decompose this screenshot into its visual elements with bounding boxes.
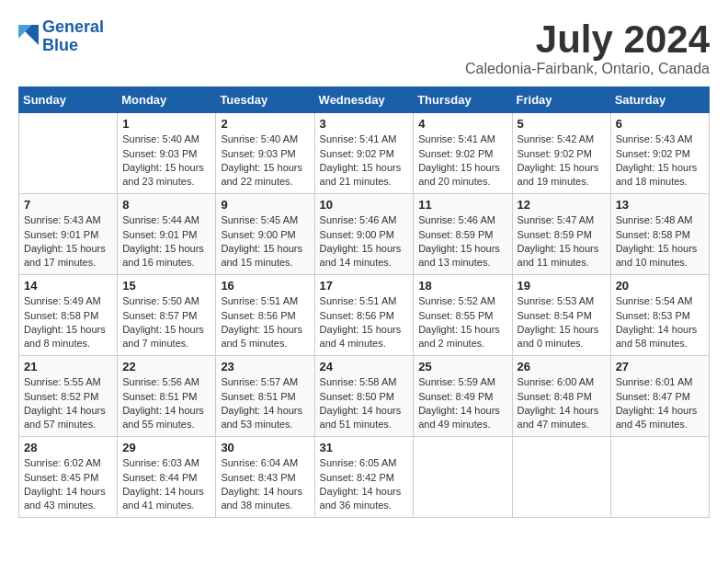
calendar-cell: 22Sunrise: 5:56 AMSunset: 8:51 PMDayligh… bbox=[118, 356, 216, 437]
logo-line2: Blue bbox=[42, 36, 78, 54]
day-detail: Sunrise: 5:44 AMSunset: 9:01 PMDaylight:… bbox=[122, 213, 210, 270]
calendar-cell: 26Sunrise: 6:00 AMSunset: 8:48 PMDayligh… bbox=[512, 356, 610, 437]
day-number: 12 bbox=[518, 198, 606, 212]
calendar-cell: 25Sunrise: 5:59 AMSunset: 8:49 PMDayligh… bbox=[414, 356, 512, 437]
calendar-cell: 4Sunrise: 5:41 AMSunset: 9:02 PMDaylight… bbox=[414, 113, 512, 194]
day-number: 15 bbox=[122, 279, 210, 293]
day-number: 23 bbox=[221, 360, 309, 373]
day-detail: Sunrise: 6:04 AMSunset: 8:43 PMDaylight:… bbox=[221, 456, 309, 513]
calendar-cell: 15Sunrise: 5:50 AMSunset: 8:57 PMDayligh… bbox=[118, 275, 216, 356]
day-of-week-header: Saturday bbox=[610, 87, 709, 113]
calendar-header-row: SundayMondayTuesdayWednesdayThursdayFrid… bbox=[19, 87, 710, 113]
page-header: General Blue July 2024 Caledonia-Fairban… bbox=[18, 18, 710, 77]
day-number: 7 bbox=[24, 198, 112, 212]
calendar-cell: 11Sunrise: 5:46 AMSunset: 8:59 PMDayligh… bbox=[414, 194, 512, 275]
day-detail: Sunrise: 5:56 AMSunset: 8:51 PMDaylight:… bbox=[122, 375, 210, 432]
calendar-cell: 16Sunrise: 5:51 AMSunset: 8:56 PMDayligh… bbox=[216, 275, 314, 356]
day-number: 9 bbox=[221, 198, 309, 212]
day-number: 19 bbox=[518, 279, 606, 293]
day-of-week-header: Tuesday bbox=[216, 87, 314, 113]
day-number: 24 bbox=[320, 360, 409, 373]
calendar-week-row: 1Sunrise: 5:40 AMSunset: 9:03 PMDaylight… bbox=[19, 113, 710, 194]
calendar-cell: 23Sunrise: 5:57 AMSunset: 8:51 PMDayligh… bbox=[216, 356, 314, 437]
day-number: 29 bbox=[122, 441, 210, 454]
month-title: July 2024 bbox=[465, 18, 710, 61]
day-number: 2 bbox=[221, 117, 309, 131]
day-number: 28 bbox=[24, 441, 112, 454]
day-number: 21 bbox=[24, 360, 112, 373]
day-detail: Sunrise: 5:42 AMSunset: 9:02 PMDaylight:… bbox=[518, 132, 606, 190]
calendar-cell: 9Sunrise: 5:45 AMSunset: 9:00 PMDaylight… bbox=[216, 194, 314, 275]
day-number: 20 bbox=[616, 279, 704, 293]
day-of-week-header: Sunday bbox=[19, 87, 118, 113]
calendar-cell: 6Sunrise: 5:43 AMSunset: 9:02 PMDaylight… bbox=[610, 113, 709, 194]
day-detail: Sunrise: 5:46 AMSunset: 8:59 PMDaylight:… bbox=[418, 213, 506, 270]
calendar-cell: 28Sunrise: 6:02 AMSunset: 8:45 PMDayligh… bbox=[19, 437, 118, 518]
day-number: 14 bbox=[24, 279, 112, 293]
day-of-week-header: Monday bbox=[118, 87, 216, 113]
calendar-cell: 2Sunrise: 5:40 AMSunset: 9:03 PMDaylight… bbox=[216, 113, 314, 194]
day-number: 10 bbox=[320, 198, 409, 212]
day-detail: Sunrise: 5:47 AMSunset: 8:59 PMDaylight:… bbox=[518, 213, 606, 270]
day-number: 4 bbox=[418, 117, 506, 131]
calendar-cell: 30Sunrise: 6:04 AMSunset: 8:43 PMDayligh… bbox=[216, 437, 314, 518]
day-number: 31 bbox=[320, 441, 409, 454]
day-detail: Sunrise: 5:40 AMSunset: 9:03 PMDaylight:… bbox=[122, 132, 210, 190]
calendar-cell: 31Sunrise: 6:05 AMSunset: 8:42 PMDayligh… bbox=[314, 437, 414, 518]
day-detail: Sunrise: 5:53 AMSunset: 8:54 PMDaylight:… bbox=[518, 294, 606, 351]
calendar-week-row: 14Sunrise: 5:49 AMSunset: 8:58 PMDayligh… bbox=[19, 275, 710, 356]
calendar-cell: 20Sunrise: 5:54 AMSunset: 8:53 PMDayligh… bbox=[610, 275, 709, 356]
day-detail: Sunrise: 6:00 AMSunset: 8:48 PMDaylight:… bbox=[518, 375, 606, 432]
day-number: 27 bbox=[616, 360, 704, 373]
calendar-cell: 5Sunrise: 5:42 AMSunset: 9:02 PMDaylight… bbox=[512, 113, 610, 194]
calendar-cell: 12Sunrise: 5:47 AMSunset: 8:59 PMDayligh… bbox=[512, 194, 610, 275]
logo: General Blue bbox=[18, 18, 104, 55]
calendar-cell bbox=[19, 113, 118, 194]
logo-icon bbox=[18, 25, 39, 45]
day-number: 26 bbox=[518, 360, 606, 373]
calendar-week-row: 28Sunrise: 6:02 AMSunset: 8:45 PMDayligh… bbox=[19, 437, 710, 518]
calendar-cell: 7Sunrise: 5:43 AMSunset: 9:01 PMDaylight… bbox=[19, 194, 118, 275]
calendar-cell: 3Sunrise: 5:41 AMSunset: 9:02 PMDaylight… bbox=[314, 113, 414, 194]
calendar-cell: 14Sunrise: 5:49 AMSunset: 8:58 PMDayligh… bbox=[19, 275, 118, 356]
logo-line1: General bbox=[42, 17, 104, 36]
day-number: 5 bbox=[518, 117, 606, 131]
day-detail: Sunrise: 5:50 AMSunset: 8:57 PMDaylight:… bbox=[122, 294, 210, 351]
day-number: 1 bbox=[122, 117, 210, 131]
day-of-week-header: Thursday bbox=[414, 87, 512, 113]
day-number: 3 bbox=[320, 117, 409, 131]
day-number: 30 bbox=[221, 441, 309, 454]
day-detail: Sunrise: 5:41 AMSunset: 9:02 PMDaylight:… bbox=[418, 132, 506, 190]
day-of-week-header: Friday bbox=[512, 87, 610, 113]
day-detail: Sunrise: 5:45 AMSunset: 9:00 PMDaylight:… bbox=[221, 213, 309, 270]
location-subtitle: Caledonia-Fairbank, Ontario, Canada bbox=[465, 61, 710, 77]
calendar-cell: 19Sunrise: 5:53 AMSunset: 8:54 PMDayligh… bbox=[512, 275, 610, 356]
day-detail: Sunrise: 5:43 AMSunset: 9:01 PMDaylight:… bbox=[24, 213, 112, 270]
calendar-cell bbox=[610, 437, 709, 518]
day-detail: Sunrise: 5:57 AMSunset: 8:51 PMDaylight:… bbox=[221, 375, 309, 432]
calendar-cell: 24Sunrise: 5:58 AMSunset: 8:50 PMDayligh… bbox=[314, 356, 414, 437]
calendar-week-row: 7Sunrise: 5:43 AMSunset: 9:01 PMDaylight… bbox=[19, 194, 710, 275]
day-detail: Sunrise: 5:48 AMSunset: 8:58 PMDaylight:… bbox=[616, 213, 704, 270]
day-detail: Sunrise: 5:51 AMSunset: 8:56 PMDaylight:… bbox=[320, 294, 409, 351]
calendar-cell: 10Sunrise: 5:46 AMSunset: 9:00 PMDayligh… bbox=[314, 194, 414, 275]
calendar-cell: 1Sunrise: 5:40 AMSunset: 9:03 PMDaylight… bbox=[118, 113, 216, 194]
day-detail: Sunrise: 5:46 AMSunset: 9:00 PMDaylight:… bbox=[320, 213, 409, 270]
calendar-cell: 29Sunrise: 6:03 AMSunset: 8:44 PMDayligh… bbox=[118, 437, 216, 518]
day-detail: Sunrise: 5:41 AMSunset: 9:02 PMDaylight:… bbox=[320, 132, 409, 190]
day-detail: Sunrise: 5:49 AMSunset: 8:58 PMDaylight:… bbox=[24, 294, 112, 351]
title-block: July 2024 Caledonia-Fairbank, Ontario, C… bbox=[465, 18, 710, 77]
day-number: 18 bbox=[418, 279, 506, 293]
calendar-cell bbox=[512, 437, 610, 518]
day-number: 22 bbox=[122, 360, 210, 373]
calendar-cell: 27Sunrise: 6:01 AMSunset: 8:47 PMDayligh… bbox=[610, 356, 709, 437]
day-number: 13 bbox=[616, 198, 704, 212]
day-number: 25 bbox=[418, 360, 506, 373]
calendar-table: SundayMondayTuesdayWednesdayThursdayFrid… bbox=[18, 86, 710, 518]
calendar-cell: 17Sunrise: 5:51 AMSunset: 8:56 PMDayligh… bbox=[314, 275, 414, 356]
day-detail: Sunrise: 5:59 AMSunset: 8:49 PMDaylight:… bbox=[418, 375, 506, 432]
calendar-cell: 18Sunrise: 5:52 AMSunset: 8:55 PMDayligh… bbox=[414, 275, 512, 356]
day-detail: Sunrise: 5:52 AMSunset: 8:55 PMDaylight:… bbox=[418, 294, 506, 351]
day-detail: Sunrise: 6:05 AMSunset: 8:42 PMDaylight:… bbox=[320, 456, 409, 513]
day-number: 6 bbox=[616, 117, 704, 131]
